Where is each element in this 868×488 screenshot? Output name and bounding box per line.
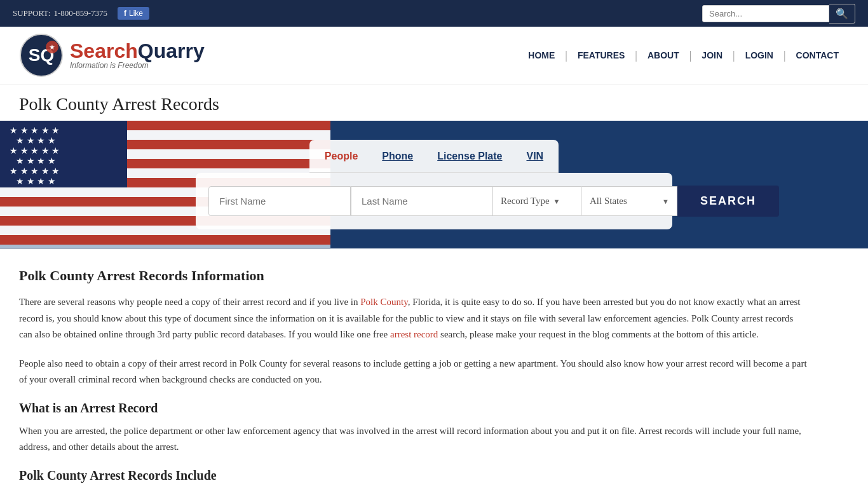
search-form: Record Type ▼ All States ▼ SEARCH — [196, 173, 672, 229]
content-paragraph-2: People also need to obtain a copy of the… — [19, 356, 807, 388]
svg-rect-17 — [0, 235, 330, 245]
tab-people[interactable]: People — [322, 146, 360, 167]
fb-icon: f — [124, 9, 126, 18]
svg-text:★ ★ ★ ★: ★ ★ ★ ★ — [16, 156, 56, 166]
all-states-label: All States — [590, 196, 627, 207]
nav-join[interactable]: JOIN — [691, 50, 733, 60]
top-search-button[interactable]: 🔍 — [829, 4, 855, 24]
nav-features[interactable]: FEATURES — [567, 50, 635, 60]
tab-license-plate[interactable]: License Plate — [435, 146, 505, 167]
tab-phone[interactable]: Phone — [379, 146, 416, 167]
arrest-record-link[interactable]: arrest record — [390, 329, 438, 339]
nav-login[interactable]: LOGIN — [735, 50, 783, 60]
logo-text: SearchQuarry Information is Freedom — [70, 41, 205, 70]
top-bar-left: SUPPORT: 1-800-859-7375 f Like — [13, 7, 149, 20]
nav-about[interactable]: ABOUT — [637, 50, 689, 60]
polk-county-link[interactable]: Polk County — [360, 297, 407, 307]
main-navigation: HOME | FEATURES | ABOUT | JOIN | LOGIN |… — [518, 49, 849, 62]
section-title-records-include: Polk County Arrest Records Include — [19, 468, 807, 483]
svg-text:★ ★ ★ ★ ★: ★ ★ ★ ★ ★ — [10, 126, 60, 135]
section-title-arrest-record: What is an Arrest Record — [19, 401, 807, 416]
logo-brand-name: SearchQuarry — [70, 41, 205, 61]
support-phone[interactable]: 1-800-859-7375 — [54, 8, 108, 18]
record-type-dropdown[interactable]: Record Type ▼ — [493, 186, 582, 216]
fb-like-button[interactable]: f Like — [118, 7, 149, 20]
banner-section: ★ ★ ★ ★ ★ ★ ★ ★ ★ ★ ★ ★ ★ ★ ★ ★ ★ ★ ★ ★ … — [0, 121, 868, 248]
page-title: Polk County Arrest Records — [19, 94, 849, 114]
svg-text:★ ★ ★ ★: ★ ★ ★ ★ — [16, 177, 56, 186]
main-content: Polk County Arrest Records Information T… — [0, 248, 826, 488]
content-paragraph-1: There are several reasons why people nee… — [19, 294, 807, 343]
site-header: SQ ★ SearchQuarry Information is Freedom… — [0, 27, 868, 85]
top-search-box: 🔍 — [702, 4, 855, 24]
top-bar: SUPPORT: 1-800-859-7375 f Like 🔍 — [0, 0, 868, 27]
record-type-label: Record Type — [501, 196, 550, 207]
search-tabs: People Phone License Plate VIN — [309, 140, 559, 173]
nav-contact[interactable]: CONTACT — [786, 50, 849, 60]
logo-search: Search — [70, 39, 138, 62]
state-dropdown[interactable]: All States ▼ — [582, 186, 677, 216]
svg-text:★ ★ ★ ★ ★: ★ ★ ★ ★ ★ — [10, 166, 60, 176]
logo-quarry: Quarry — [138, 39, 205, 62]
first-name-input[interactable] — [208, 186, 351, 216]
svg-text:★ ★ ★ ★ ★: ★ ★ ★ ★ ★ — [10, 146, 60, 156]
content-title: Polk County Arrest Records Information — [19, 268, 807, 284]
content-paragraph-3: When you are arrested, the police depart… — [19, 423, 807, 456]
search-widget: People Phone License Plate VIN Record Ty… — [196, 140, 672, 229]
logo-icon: SQ ★ — [19, 33, 64, 78]
search-button[interactable]: SEARCH — [677, 186, 779, 217]
nav-home[interactable]: HOME — [518, 50, 565, 60]
record-type-chevron-icon: ▼ — [553, 198, 560, 205]
state-chevron-icon: ▼ — [662, 198, 669, 205]
tab-vin[interactable]: VIN — [524, 146, 546, 167]
last-name-input[interactable] — [351, 186, 493, 216]
page-title-bar: Polk County Arrest Records — [0, 85, 868, 121]
top-search-input[interactable] — [702, 5, 829, 22]
support-label: SUPPORT: 1-800-859-7375 — [13, 8, 107, 18]
svg-text:★: ★ — [49, 43, 55, 51]
logo-tagline: Information is Freedom — [70, 61, 205, 70]
svg-text:★ ★ ★ ★: ★ ★ ★ ★ — [16, 136, 56, 146]
logo[interactable]: SQ ★ SearchQuarry Information is Freedom — [19, 33, 205, 78]
